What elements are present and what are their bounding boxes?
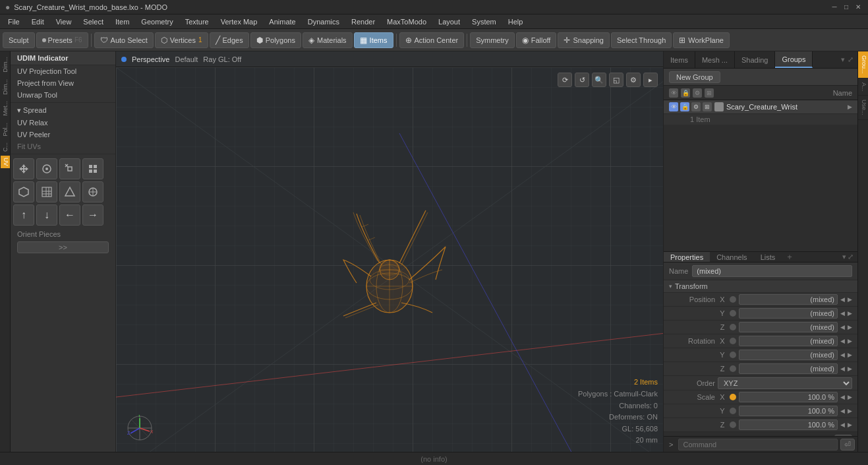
rot-z-right-icon[interactable]: ▶: [848, 365, 852, 372]
props-name-input[interactable]: [692, 265, 852, 277]
uv-relax-item[interactable]: UV Relax: [11, 117, 115, 129]
pos-x-right-icon[interactable]: ▶: [848, 296, 852, 303]
materials-button[interactable]: ◈ Materials: [303, 32, 353, 48]
tool-btn-down[interactable]: ↓: [36, 204, 57, 226]
left-tab-c[interactable]: C...: [1, 140, 9, 154]
edges-button[interactable]: ╱ Edges: [210, 32, 249, 48]
menu-vertex-map[interactable]: Vertex Map: [216, 16, 263, 27]
scale-x-dot[interactable]: [730, 394, 736, 400]
tab-mesh[interactable]: Mesh ...: [695, 51, 735, 68]
menu-dynamics[interactable]: Dynamics: [303, 16, 345, 27]
group-grid-icon[interactable]: ⊞: [703, 102, 712, 111]
order-select[interactable]: XYZ XZY YXZ YZX ZXY ZYX: [718, 377, 852, 389]
left-tab-pol[interactable]: Pol...: [1, 120, 9, 139]
polygons-button[interactable]: ⬢ Polygons: [250, 32, 301, 48]
scale-x-input[interactable]: [739, 392, 838, 402]
rot-y-right-icon[interactable]: ▶: [848, 352, 852, 358]
vc-frame-btn[interactable]: ◱: [609, 73, 623, 87]
tool-btn-hex[interactable]: [13, 181, 34, 202]
fit-uvs-item[interactable]: Fit UVs: [11, 140, 115, 152]
tool-btn-tri[interactable]: [59, 181, 80, 202]
rot-x-left-icon[interactable]: ◀: [840, 338, 845, 344]
pos-x-input[interactable]: [739, 294, 838, 305]
left-tab-dim2[interactable]: Dim...: [1, 77, 9, 98]
orient-pieces-button[interactable]: >>: [17, 241, 109, 253]
menu-geometry[interactable]: Geometry: [136, 16, 178, 27]
right-vtab-groups[interactable]: Grou...: [858, 51, 868, 78]
props-tab-more[interactable]: ▾ ⤢: [838, 252, 857, 262]
scale-y-right-icon[interactable]: ▶: [848, 408, 852, 414]
left-tab-dim[interactable]: Dim...: [1, 54, 9, 75]
props-tab-channels[interactable]: Channels: [710, 252, 753, 262]
pos-y-left-icon[interactable]: ◀: [840, 310, 845, 317]
menu-layout[interactable]: Layout: [433, 16, 465, 27]
viewport-controls[interactable]: ⟳ ↺ 🔍 ◱ ⚙ ▸: [558, 73, 658, 87]
pos-x-dot[interactable]: [730, 296, 736, 303]
spread-item[interactable]: ▾ Spread: [11, 104, 115, 117]
pos-z-right-icon[interactable]: ▶: [848, 324, 852, 330]
rot-x-right-icon[interactable]: ▶: [848, 338, 852, 344]
rot-z-dot[interactable]: [730, 365, 736, 372]
project-from-view[interactable]: Project from View: [11, 77, 115, 89]
rot-y-dot[interactable]: [730, 352, 736, 358]
auto-select-button[interactable]: 🛡 Auto Select: [94, 32, 154, 48]
right-vtab-use[interactable]: Use...: [858, 96, 868, 120]
menu-help[interactable]: Help: [503, 16, 529, 27]
menu-texture[interactable]: Texture: [180, 16, 214, 27]
menu-system[interactable]: System: [467, 16, 502, 27]
tool-btn-scale[interactable]: [59, 158, 80, 179]
group-expand-icon[interactable]: ▶: [848, 104, 852, 110]
props-tab-lists[interactable]: Lists: [754, 252, 782, 262]
maximize-button[interactable]: □: [842, 3, 851, 12]
tab-more-btn[interactable]: ▾ ⤢: [837, 51, 857, 68]
symmetry-button[interactable]: Symmetry: [470, 32, 515, 48]
rot-z-left-icon[interactable]: ◀: [840, 365, 845, 372]
menu-view[interactable]: View: [51, 16, 77, 27]
vertices-button[interactable]: ⬡ Vertices 1: [155, 32, 208, 48]
presets-button[interactable]: Presets F6: [36, 32, 88, 48]
workplane-button[interactable]: ⊞ WorkPlane: [673, 32, 730, 48]
scale-z-dot[interactable]: [730, 421, 736, 428]
uv-peeler-item[interactable]: UV Peeler: [11, 129, 115, 140]
add-tab-button[interactable]: +: [782, 252, 797, 262]
pos-z-dot[interactable]: [730, 324, 736, 330]
pos-x-left-icon[interactable]: ◀: [840, 296, 845, 303]
rot-x-input[interactable]: [739, 336, 838, 346]
new-group-button[interactable]: New Group: [669, 71, 720, 83]
menu-render[interactable]: Render: [346, 16, 380, 27]
right-vtab-a[interactable]: A...: [858, 78, 868, 96]
pos-z-left-icon[interactable]: ◀: [840, 324, 845, 330]
select-through-button[interactable]: Select Through: [611, 32, 672, 48]
rot-y-input[interactable]: [739, 350, 838, 360]
left-tab-met[interactable]: Met...: [1, 98, 9, 119]
pos-z-input[interactable]: [739, 322, 838, 332]
unwrap-tool[interactable]: Unwrap Tool: [11, 89, 115, 101]
navigation-gizmo[interactable]: X Y Z: [127, 415, 153, 441]
props-tab-properties[interactable]: Properties: [664, 252, 710, 262]
sculpt-button[interactable]: Sculpt: [3, 32, 35, 48]
snapping-button[interactable]: ✛ Snapping: [558, 32, 610, 48]
rot-z-input[interactable]: [739, 363, 838, 374]
scale-z-input[interactable]: [739, 419, 838, 430]
tool-btn-up[interactable]: ↑: [13, 204, 34, 226]
pos-y-input[interactable]: [739, 308, 838, 319]
menu-edit[interactable]: Edit: [26, 16, 49, 27]
pos-y-right-icon[interactable]: ▶: [848, 310, 852, 317]
vc-zoom-btn[interactable]: 🔍: [592, 73, 606, 87]
tool-btn-move[interactable]: [13, 158, 34, 179]
pos-y-dot[interactable]: [730, 310, 736, 317]
menu-maxtomode[interactable]: MaxToModo: [382, 16, 432, 27]
vc-undo-btn[interactable]: ↺: [575, 73, 589, 87]
menu-animate[interactable]: Animate: [264, 16, 301, 27]
items-button[interactable]: ▦ Items: [354, 32, 393, 48]
tool-btn-transform[interactable]: [82, 158, 103, 179]
command-input[interactable]: [678, 439, 838, 450]
falloff-button[interactable]: ◉ Falloff: [516, 32, 557, 48]
tool-btn-grid[interactable]: [36, 181, 57, 202]
tool-btn-rotate[interactable]: [36, 158, 57, 179]
tool-btn-left[interactable]: ←: [59, 204, 80, 226]
minimize-button[interactable]: ─: [830, 3, 839, 12]
group-eye-icon[interactable]: 👁: [669, 102, 678, 111]
uv-tab[interactable]: UV: [1, 156, 10, 168]
tab-groups[interactable]: Groups: [775, 51, 813, 68]
